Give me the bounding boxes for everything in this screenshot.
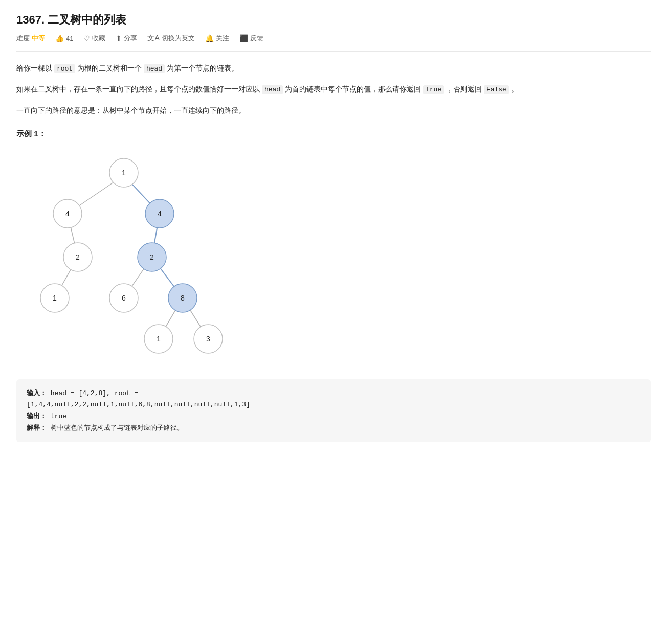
node-6-label: 6 (122, 294, 126, 302)
likes-count: 41 (66, 35, 73, 42)
para2-mid: 为首的链表中每个节点的值，那么请你返回 (283, 85, 423, 93)
input-line2: [1,4,4,null,2,2,null,1,null,6,8,null,nul… (27, 399, 640, 410)
output-value: true (51, 412, 66, 420)
difficulty-value: 中等 (32, 34, 45, 43)
feedback-item[interactable]: ⬛ 反馈 (239, 34, 263, 43)
translate-icon: 文A (147, 34, 159, 43)
follow-item[interactable]: 🔔 关注 (205, 34, 229, 43)
switch-lang-label: 切换为英文 (162, 34, 195, 43)
description-para1: 给你一棵以 root 为根的二叉树和一个 head 为第一个节点的链表。 (16, 62, 651, 75)
para1-code2: head (144, 64, 165, 73)
para2-code3: False (484, 85, 509, 94)
para2-prefix: 如果在二叉树中，存在一条一直向下的路径，且每个点的数值恰好一一对应以 (16, 85, 262, 93)
description-para2: 如果在二叉树中，存在一条一直向下的路径，且每个点的数值恰好一一对应以 head … (16, 83, 651, 96)
node-4-right-label: 4 (158, 210, 162, 218)
difficulty-item: 难度 中等 (16, 34, 45, 43)
follow-label: 关注 (216, 34, 229, 43)
explain-value: 树中蓝色的节点构成了与链表对应的子路径。 (51, 424, 184, 432)
input-value2: [1,4,4,null,2,2,null,1,null,6,8,null,nul… (27, 401, 250, 408)
para2-mid2: ，否则返回 (444, 85, 484, 93)
example1-code-block: 输入： head = [4,2,8], root = [1,4,4,null,2… (16, 379, 651, 442)
node-1-root-label: 1 (122, 169, 126, 177)
collect-label: 收藏 (92, 34, 105, 43)
heart-icon: ♡ (83, 34, 90, 42)
node-1-leaf-right-label: 1 (157, 335, 161, 343)
node-2-left-label: 2 (76, 253, 80, 261)
tree-diagram-container: 1 4 4 2 1 2 6 8 1 3 (16, 147, 651, 367)
share-icon: ⬆ (116, 34, 122, 42)
para1-prefix: 给你一棵以 (16, 64, 54, 72)
likes-item[interactable]: 👍 41 (55, 34, 73, 42)
feedback-label: 反馈 (250, 34, 263, 43)
thumbs-up-icon: 👍 (55, 34, 64, 42)
bell-icon: 🔔 (205, 34, 214, 42)
para1-mid: 为根的二叉树和一个 (75, 64, 144, 72)
share-item[interactable]: ⬆ 分享 (116, 34, 137, 43)
node-3-leaf-label: 3 (206, 335, 210, 343)
node-8-label: 8 (181, 294, 185, 302)
meta-bar: 难度 中等 👍 41 ♡ 收藏 ⬆ 分享 文A 切换为英文 🔔 关注 ⬛ 反馈 (16, 34, 651, 52)
tree-svg: 1 4 4 2 1 2 6 8 1 3 (16, 147, 231, 367)
example1-title: 示例 1： (16, 129, 651, 139)
description-para3: 一直向下的路径的意思是：从树中某个节点开始，一直连续向下的路径。 (16, 104, 651, 117)
share-label: 分享 (124, 34, 137, 43)
para1-code1: root (54, 64, 75, 73)
output-label: 输出： (27, 412, 47, 420)
switch-lang-item[interactable]: 文A 切换为英文 (147, 34, 194, 43)
para2-suffix: 。 (509, 85, 518, 93)
explain-line: 解释： 树中蓝色的节点构成了与链表对应的子路径。 (27, 422, 640, 434)
feedback-icon: ⬛ (239, 34, 248, 42)
page-title: 1367. 二叉树中的列表 (16, 12, 651, 28)
para1-suffix: 为第一个节点的链表。 (165, 64, 238, 72)
node-4-left-label: 4 (65, 210, 70, 218)
para2-code2: True (423, 85, 444, 94)
para2-code: head (262, 85, 283, 94)
node-2-highlighted-label: 2 (150, 253, 154, 261)
explain-label: 解释： (27, 424, 47, 431)
input-value: head = [4,2,8], root = (51, 389, 139, 397)
input-label: 输入： (27, 389, 47, 397)
collect-item[interactable]: ♡ 收藏 (83, 34, 105, 43)
node-1-leaf-left-label: 1 (53, 294, 57, 302)
output-line: 输出： true (27, 410, 640, 422)
difficulty-label: 难度 (16, 34, 30, 43)
input-line: 输入： head = [4,2,8], root = (27, 387, 640, 399)
